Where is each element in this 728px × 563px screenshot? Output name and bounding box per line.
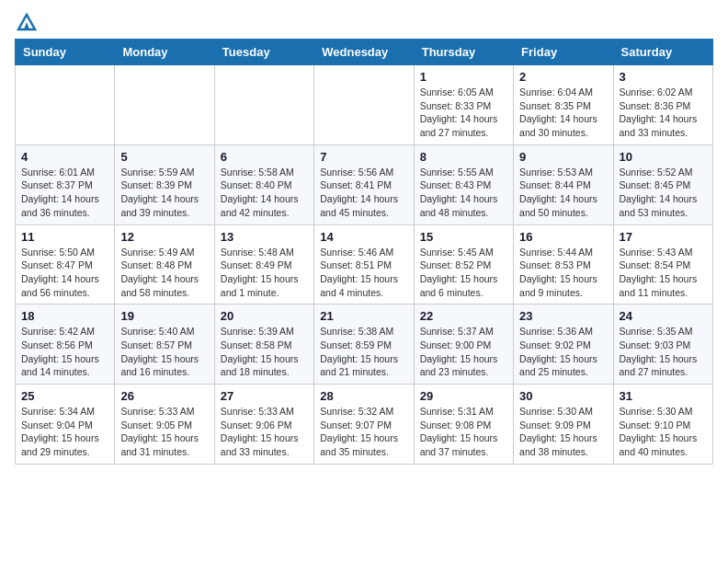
day-number: 12 <box>120 230 208 244</box>
day-info: Sunrise: 5:55 AMSunset: 8:43 PMDaylight:… <box>420 166 507 220</box>
weekday-header-row: SundayMondayTuesdayWednesdayThursdayFrid… <box>16 40 713 65</box>
day-info: Sunrise: 5:30 AMSunset: 9:10 PMDaylight:… <box>620 405 707 459</box>
day-number: 17 <box>620 230 707 244</box>
day-number: 22 <box>420 309 507 323</box>
weekday-header-monday: Monday <box>115 40 214 65</box>
day-cell: 5Sunrise: 5:59 AMSunset: 8:39 PMDaylight… <box>115 144 214 224</box>
day-number: 11 <box>21 230 108 244</box>
day-cell: 3Sunrise: 6:02 AMSunset: 8:36 PMDaylight… <box>613 65 712 145</box>
day-cell <box>214 65 313 145</box>
day-cell: 14Sunrise: 5:46 AMSunset: 8:51 PMDayligh… <box>314 224 414 304</box>
day-number: 26 <box>120 389 208 403</box>
day-cell: 12Sunrise: 5:49 AMSunset: 8:48 PMDayligh… <box>115 224 214 304</box>
day-info: Sunrise: 5:59 AMSunset: 8:39 PMDaylight:… <box>120 166 208 220</box>
day-number: 30 <box>519 389 607 403</box>
day-cell: 2Sunrise: 6:04 AMSunset: 8:35 PMDaylight… <box>514 65 613 145</box>
day-number: 7 <box>320 150 407 164</box>
day-cell: 8Sunrise: 5:55 AMSunset: 8:43 PMDaylight… <box>414 144 513 224</box>
page-header <box>15 15 713 29</box>
day-info: Sunrise: 5:33 AMSunset: 9:06 PMDaylight:… <box>221 405 308 459</box>
day-number: 6 <box>221 150 308 164</box>
day-cell: 28Sunrise: 5:32 AMSunset: 9:07 PMDayligh… <box>314 385 414 465</box>
day-info: Sunrise: 5:45 AMSunset: 8:52 PMDaylight:… <box>420 246 507 300</box>
week-row-3: 11Sunrise: 5:50 AMSunset: 8:47 PMDayligh… <box>16 224 713 304</box>
day-number: 8 <box>420 150 507 164</box>
day-info: Sunrise: 5:33 AMSunset: 9:05 PMDaylight:… <box>120 405 208 459</box>
logo-icon <box>17 13 37 31</box>
day-number: 24 <box>620 309 707 323</box>
day-info: Sunrise: 5:37 AMSunset: 9:00 PMDaylight:… <box>420 325 507 379</box>
day-number: 14 <box>320 230 407 244</box>
day-info: Sunrise: 6:01 AMSunset: 8:37 PMDaylight:… <box>21 166 108 220</box>
day-number: 1 <box>420 70 507 84</box>
day-info: Sunrise: 5:31 AMSunset: 9:08 PMDaylight:… <box>420 405 507 459</box>
day-number: 27 <box>221 389 308 403</box>
day-number: 25 <box>21 389 108 403</box>
day-number: 19 <box>120 309 208 323</box>
day-info: Sunrise: 5:36 AMSunset: 9:02 PMDaylight:… <box>519 325 607 379</box>
day-info: Sunrise: 6:02 AMSunset: 8:36 PMDaylight:… <box>620 86 707 140</box>
day-number: 2 <box>519 70 607 84</box>
week-row-4: 18Sunrise: 5:42 AMSunset: 8:56 PMDayligh… <box>16 304 713 385</box>
day-cell: 21Sunrise: 5:38 AMSunset: 8:59 PMDayligh… <box>314 304 414 385</box>
weekday-header-sunday: Sunday <box>16 40 115 65</box>
day-info: Sunrise: 5:42 AMSunset: 8:56 PMDaylight:… <box>21 325 108 379</box>
day-cell: 10Sunrise: 5:52 AMSunset: 8:45 PMDayligh… <box>613 144 712 224</box>
day-number: 13 <box>221 230 308 244</box>
day-number: 4 <box>21 150 108 164</box>
day-cell <box>115 65 214 145</box>
day-cell: 1Sunrise: 6:05 AMSunset: 8:33 PMDaylight… <box>414 65 513 145</box>
day-cell: 29Sunrise: 5:31 AMSunset: 9:08 PMDayligh… <box>414 385 513 465</box>
day-cell <box>314 65 414 145</box>
day-info: Sunrise: 5:46 AMSunset: 8:51 PMDaylight:… <box>320 246 407 300</box>
day-info: Sunrise: 5:44 AMSunset: 8:53 PMDaylight:… <box>519 246 607 300</box>
week-row-2: 4Sunrise: 6:01 AMSunset: 8:37 PMDaylight… <box>16 144 713 224</box>
day-number: 20 <box>221 309 308 323</box>
day-number: 28 <box>320 389 407 403</box>
day-info: Sunrise: 5:43 AMSunset: 8:54 PMDaylight:… <box>620 246 707 300</box>
day-cell: 26Sunrise: 5:33 AMSunset: 9:05 PMDayligh… <box>115 385 214 465</box>
day-info: Sunrise: 5:30 AMSunset: 9:09 PMDaylight:… <box>519 405 607 459</box>
day-info: Sunrise: 6:05 AMSunset: 8:33 PMDaylight:… <box>420 86 507 140</box>
day-cell <box>16 65 115 145</box>
day-number: 31 <box>620 389 707 403</box>
day-number: 21 <box>320 309 407 323</box>
day-number: 9 <box>519 150 607 164</box>
day-info: Sunrise: 5:48 AMSunset: 8:49 PMDaylight:… <box>221 246 308 300</box>
day-info: Sunrise: 5:32 AMSunset: 9:07 PMDaylight:… <box>320 405 407 459</box>
day-cell: 24Sunrise: 5:35 AMSunset: 9:03 PMDayligh… <box>613 304 712 385</box>
day-number: 18 <box>21 309 108 323</box>
day-info: Sunrise: 5:49 AMSunset: 8:48 PMDaylight:… <box>120 246 208 300</box>
svg-marker-1 <box>24 22 29 29</box>
day-cell: 13Sunrise: 5:48 AMSunset: 8:49 PMDayligh… <box>214 224 313 304</box>
day-cell: 4Sunrise: 6:01 AMSunset: 8:37 PMDaylight… <box>16 144 115 224</box>
weekday-header-wednesday: Wednesday <box>314 40 414 65</box>
day-info: Sunrise: 5:38 AMSunset: 8:59 PMDaylight:… <box>320 325 407 379</box>
calendar-table: SundayMondayTuesdayWednesdayThursdayFrid… <box>15 39 713 465</box>
day-cell: 6Sunrise: 5:58 AMSunset: 8:40 PMDaylight… <box>214 144 313 224</box>
day-cell: 20Sunrise: 5:39 AMSunset: 8:58 PMDayligh… <box>214 304 313 385</box>
day-info: Sunrise: 5:39 AMSunset: 8:58 PMDaylight:… <box>221 325 308 379</box>
day-cell: 22Sunrise: 5:37 AMSunset: 9:00 PMDayligh… <box>414 304 513 385</box>
weekday-header-saturday: Saturday <box>613 40 712 65</box>
day-cell: 27Sunrise: 5:33 AMSunset: 9:06 PMDayligh… <box>214 385 313 465</box>
day-info: Sunrise: 5:56 AMSunset: 8:41 PMDaylight:… <box>320 166 407 220</box>
day-number: 5 <box>120 150 208 164</box>
logo <box>15 15 37 29</box>
day-info: Sunrise: 5:40 AMSunset: 8:57 PMDaylight:… <box>120 325 208 379</box>
day-number: 3 <box>620 70 707 84</box>
day-cell: 17Sunrise: 5:43 AMSunset: 8:54 PMDayligh… <box>613 224 712 304</box>
day-number: 10 <box>620 150 707 164</box>
weekday-header-friday: Friday <box>514 40 613 65</box>
day-cell: 30Sunrise: 5:30 AMSunset: 9:09 PMDayligh… <box>514 385 613 465</box>
day-number: 29 <box>420 389 507 403</box>
week-row-5: 25Sunrise: 5:34 AMSunset: 9:04 PMDayligh… <box>16 385 713 465</box>
day-info: Sunrise: 5:50 AMSunset: 8:47 PMDaylight:… <box>21 246 108 300</box>
day-info: Sunrise: 5:34 AMSunset: 9:04 PMDaylight:… <box>21 405 108 459</box>
day-number: 15 <box>420 230 507 244</box>
day-cell: 15Sunrise: 5:45 AMSunset: 8:52 PMDayligh… <box>414 224 513 304</box>
day-cell: 9Sunrise: 5:53 AMSunset: 8:44 PMDaylight… <box>514 144 613 224</box>
day-cell: 7Sunrise: 5:56 AMSunset: 8:41 PMDaylight… <box>314 144 414 224</box>
day-number: 23 <box>519 309 607 323</box>
day-cell: 19Sunrise: 5:40 AMSunset: 8:57 PMDayligh… <box>115 304 214 385</box>
